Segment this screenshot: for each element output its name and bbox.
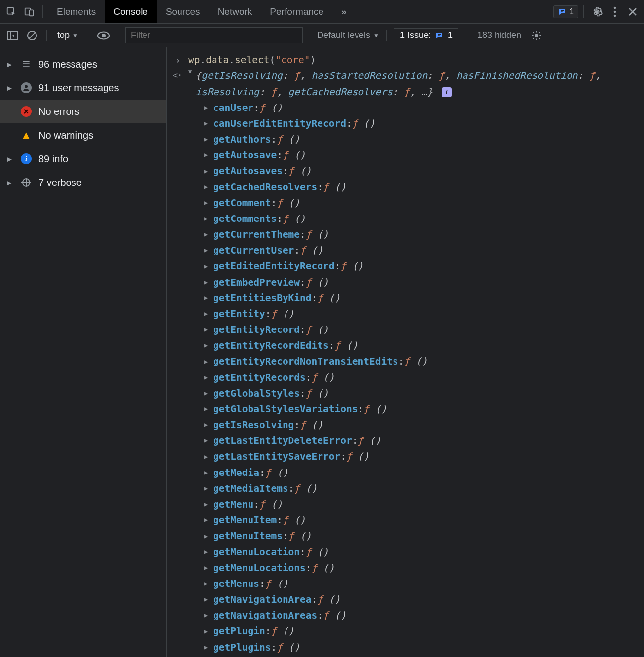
sidebar-item[interactable]: ▶☰96 messages	[0, 52, 166, 76]
sidebar-toggle-icon[interactable]	[5, 28, 20, 43]
object-property[interactable]: ▶getMedia: ƒ ()	[204, 465, 638, 481]
object-property[interactable]: ▶getEntity: ƒ ()	[204, 306, 638, 322]
sidebar-item[interactable]: ▶No errors	[0, 100, 166, 123]
issues-button[interactable]: 1 Issue: 1	[394, 28, 458, 42]
object-property[interactable]: ▶getMenu: ƒ ()	[204, 497, 638, 512]
property-name: getGlobalStylesVariations	[213, 402, 358, 417]
property-name: getEditedEntityRecord	[213, 258, 335, 274]
sidebar-item[interactable]: ▶7 verbose	[0, 171, 166, 194]
object-property[interactable]: ▶canUser: ƒ ()	[204, 100, 638, 116]
live-expression-icon[interactable]	[96, 28, 111, 43]
tab-network[interactable]: Network	[209, 0, 261, 23]
issues-counter[interactable]: 1	[553, 5, 578, 18]
object-property[interactable]: ▶getCurrentUser: ƒ ()	[204, 243, 638, 258]
object-property[interactable]: ▶getAuthors: ƒ ()	[204, 132, 638, 147]
sidebar-item-label: 91 user messages	[38, 82, 119, 94]
device-toggle-icon[interactable]	[21, 3, 37, 20]
sidebar-item[interactable]: ▶▲No warnings	[0, 123, 166, 147]
console-input-line[interactable]: › wp.data.select("core")	[167, 52, 638, 68]
chevron-right-icon: ▶	[204, 595, 213, 605]
issues-label: 1 Issue:	[400, 30, 431, 40]
object-property[interactable]: ▶getCurrentTheme: ƒ ()	[204, 227, 638, 243]
object-property[interactable]: ▶getNavigationArea: ƒ ()	[204, 592, 638, 608]
object-property[interactable]: ▶getIsResolving: ƒ ()	[204, 417, 638, 433]
clear-console-icon[interactable]	[25, 28, 39, 43]
log-levels-selector[interactable]: Default levels ▼	[317, 30, 379, 40]
object-property[interactable]: ▶getComment: ƒ ()	[204, 195, 638, 211]
object-property[interactable]: ▶getEntityRecords: ƒ ()	[204, 370, 638, 386]
chevron-right-icon: ▶	[204, 436, 213, 446]
tab-sources[interactable]: Sources	[157, 0, 209, 23]
svg-point-18	[25, 85, 28, 88]
return-icon: <·	[167, 68, 188, 82]
property-name: getLastEntitySaveError	[213, 449, 340, 465]
svg-point-7	[614, 10, 616, 13]
inspect-icon[interactable]	[3, 3, 20, 20]
info-badge-icon[interactable]: i	[442, 87, 452, 97]
separator	[42, 5, 43, 18]
sidebar-item-label: 96 messages	[38, 59, 97, 70]
sidebar-item[interactable]: ▶i89 info	[0, 147, 166, 171]
object-property[interactable]: ▶getMenuItems: ƒ ()	[204, 528, 638, 544]
object-property[interactable]: ▶getEntitiesByKind: ƒ ()	[204, 291, 638, 306]
object-property[interactable]: ▶getAutosaves: ƒ ()	[204, 163, 638, 179]
filter-input[interactable]	[125, 27, 303, 43]
object-property[interactable]: ▶getNavigationAreas: ƒ ()	[204, 608, 638, 623]
object-property[interactable]: ▶getLastEntitySaveError: ƒ ()	[204, 449, 638, 465]
object-property[interactable]: ▶getCachedResolvers: ƒ ()	[204, 180, 638, 195]
separator	[310, 30, 310, 41]
context-selector[interactable]: top ▼	[54, 29, 82, 42]
property-name: getGlobalStyles	[213, 386, 300, 402]
console-body: ▶☰96 messages▶91 user messages▶No errors…	[0, 47, 644, 657]
separator	[386, 30, 387, 41]
object-property[interactable]: ▶getMenus: ƒ ()	[204, 576, 638, 592]
object-property[interactable]: ▶getMediaItems: ƒ ()	[204, 481, 638, 497]
object-property[interactable]: ▶getAutosave: ƒ ()	[204, 147, 638, 163]
sidebar-item[interactable]: ▶91 user messages	[0, 76, 166, 100]
object-property[interactable]: ▶getMenuLocations: ƒ ()	[204, 560, 638, 576]
property-name: getEntityRecordNonTransientEdits	[213, 354, 398, 369]
object-property[interactable]: ▶getGlobalStylesVariations: ƒ ()	[204, 402, 638, 417]
object-property[interactable]: ▶getLastEntityDeleteError: ƒ ()	[204, 433, 638, 449]
chevron-down-icon[interactable]: ▼	[188, 67, 194, 99]
chevron-right-icon: ▶	[204, 611, 213, 620]
svg-point-5	[596, 10, 599, 13]
tabs-overflow[interactable]: »	[332, 0, 356, 23]
kebab-icon[interactable]	[607, 3, 623, 20]
console-command: wp.data.select("core")	[188, 52, 638, 68]
tab-performance[interactable]: Performance	[261, 0, 332, 23]
object-property[interactable]: ▶getEntityRecord: ƒ ()	[204, 322, 638, 338]
close-icon[interactable]	[624, 3, 641, 20]
object-property[interactable]: ▶getComments: ƒ ()	[204, 211, 638, 227]
svg-point-14	[102, 34, 106, 37]
chevron-right-icon: ▶	[204, 214, 213, 224]
user-icon	[21, 82, 32, 93]
object-property[interactable]: ▶getEntityRecordEdits: ƒ ()	[204, 338, 638, 354]
list-icon: ☰	[22, 59, 30, 70]
object-property[interactable]: ▶getMenuLocation: ƒ ()	[204, 545, 638, 560]
message-icon	[435, 31, 444, 40]
property-name: getCachedResolvers	[213, 180, 317, 195]
gear-icon[interactable]	[529, 28, 544, 43]
tab-console[interactable]: Console	[105, 0, 157, 23]
svg-rect-2	[30, 10, 33, 16]
object-property[interactable]: ▶getMenuItem: ƒ ()	[204, 512, 638, 528]
object-summary[interactable]: {getIsResolving: ƒ, hasStartedResolution…	[194, 68, 638, 100]
object-property[interactable]: ▶getEditedEntityRecord: ƒ ()	[204, 258, 638, 274]
object-property[interactable]: ▶getEmbedPreview: ƒ ()	[204, 275, 638, 291]
chevron-right-icon: ▶	[204, 373, 213, 383]
object-property[interactable]: ▶canUserEditEntityRecord: ƒ ()	[204, 116, 638, 132]
gear-icon[interactable]	[589, 3, 606, 20]
hidden-messages[interactable]: 183 hidden	[477, 30, 521, 40]
svg-point-6	[614, 6, 616, 9]
object-property[interactable]: ▶getPlugin: ƒ ()	[204, 623, 638, 639]
object-property[interactable]: ▶getPlugins: ƒ ()	[204, 640, 638, 656]
object-property[interactable]: ▶getGlobalStyles: ƒ ()	[204, 386, 638, 402]
chevron-right-icon: ▶	[204, 325, 213, 335]
error-icon	[21, 106, 32, 117]
property-name: getEntityRecord	[213, 322, 300, 338]
property-name: getComments	[213, 211, 277, 227]
object-property[interactable]: ▶getEntityRecordNonTransientEdits: ƒ ()	[204, 354, 638, 369]
chevron-right-icon: ▶	[204, 246, 213, 256]
tab-elements[interactable]: Elements	[48, 0, 105, 23]
